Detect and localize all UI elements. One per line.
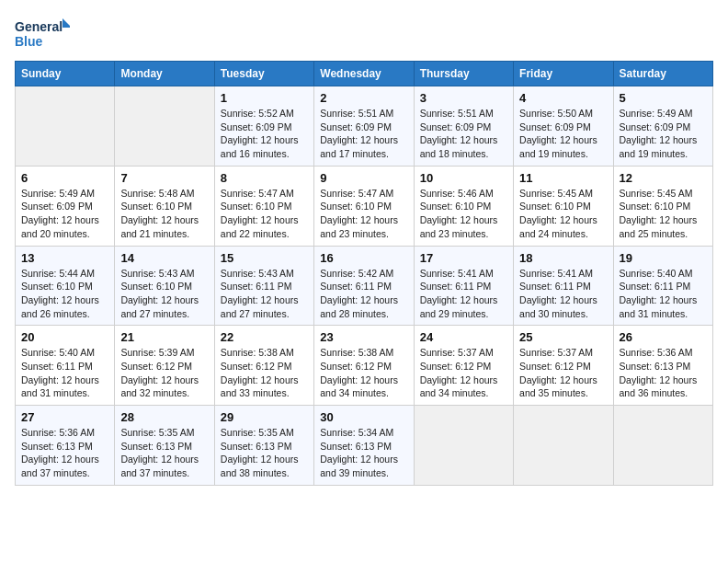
calendar-cell: 17Sunrise: 5:41 AMSunset: 6:11 PMDayligh… xyxy=(414,246,513,326)
header-tuesday: Tuesday xyxy=(214,62,313,86)
day-number: 23 xyxy=(320,330,407,344)
day-number: 13 xyxy=(21,251,108,265)
day-number: 21 xyxy=(120,330,208,344)
day-number: 1 xyxy=(221,91,308,105)
header-thursday: Thursday xyxy=(414,62,513,86)
calendar-cell: 7Sunrise: 5:48 AMSunset: 6:10 PMDaylight… xyxy=(115,166,214,246)
day-info: Sunrise: 5:49 AMSunset: 6:09 PMDaylight:… xyxy=(21,187,108,241)
calendar-cell: 1Sunrise: 5:52 AMSunset: 6:09 PMDaylight… xyxy=(214,86,313,167)
calendar-cell: 19Sunrise: 5:40 AMSunset: 6:11 PMDayligh… xyxy=(613,246,712,326)
calendar-cell: 26Sunrise: 5:36 AMSunset: 6:13 PMDayligh… xyxy=(613,326,712,406)
day-number: 6 xyxy=(21,171,108,185)
day-info: Sunrise: 5:47 AMSunset: 6:10 PMDaylight:… xyxy=(221,187,308,241)
day-number: 20 xyxy=(21,330,108,344)
calendar-cell: 9Sunrise: 5:47 AMSunset: 6:10 PMDaylight… xyxy=(314,166,414,246)
calendar-cell: 28Sunrise: 5:35 AMSunset: 6:13 PMDayligh… xyxy=(115,406,214,486)
calendar-body: 1Sunrise: 5:52 AMSunset: 6:09 PMDaylight… xyxy=(16,86,713,486)
header-sunday: Sunday xyxy=(16,62,115,86)
day-info: Sunrise: 5:38 AMSunset: 6:12 PMDaylight:… xyxy=(221,346,308,400)
day-info: Sunrise: 5:36 AMSunset: 6:13 PMDaylight:… xyxy=(620,346,707,400)
day-info: Sunrise: 5:40 AMSunset: 6:11 PMDaylight:… xyxy=(21,346,108,400)
calendar-cell xyxy=(414,406,513,486)
calendar-cell: 5Sunrise: 5:49 AMSunset: 6:09 PMDaylight… xyxy=(613,86,712,167)
calendar-cell: 24Sunrise: 5:37 AMSunset: 6:12 PMDayligh… xyxy=(414,326,513,406)
day-number: 11 xyxy=(519,171,607,185)
svg-text:General: General xyxy=(15,19,63,34)
calendar-cell: 2Sunrise: 5:51 AMSunset: 6:09 PMDaylight… xyxy=(314,86,414,167)
day-number: 3 xyxy=(420,91,507,105)
calendar-cell: 27Sunrise: 5:36 AMSunset: 6:13 PMDayligh… xyxy=(16,406,115,486)
day-number: 25 xyxy=(519,330,607,344)
week-row-0: 1Sunrise: 5:52 AMSunset: 6:09 PMDaylight… xyxy=(16,86,713,167)
calendar-cell: 14Sunrise: 5:43 AMSunset: 6:10 PMDayligh… xyxy=(115,246,214,326)
day-info: Sunrise: 5:48 AMSunset: 6:10 PMDaylight:… xyxy=(120,187,208,241)
day-info: Sunrise: 5:50 AMSunset: 6:09 PMDaylight:… xyxy=(519,107,607,161)
day-number: 7 xyxy=(120,171,208,185)
svg-marker-2 xyxy=(63,18,70,28)
day-info: Sunrise: 5:51 AMSunset: 6:09 PMDaylight:… xyxy=(420,107,507,161)
week-row-1: 6Sunrise: 5:49 AMSunset: 6:09 PMDaylight… xyxy=(16,166,713,246)
calendar-cell: 22Sunrise: 5:38 AMSunset: 6:12 PMDayligh… xyxy=(214,326,313,406)
day-number: 26 xyxy=(620,330,707,344)
calendar-cell: 12Sunrise: 5:45 AMSunset: 6:10 PMDayligh… xyxy=(613,166,712,246)
day-number: 29 xyxy=(221,410,308,424)
calendar-cell: 18Sunrise: 5:41 AMSunset: 6:11 PMDayligh… xyxy=(514,246,613,326)
day-info: Sunrise: 5:43 AMSunset: 6:10 PMDaylight:… xyxy=(120,267,208,321)
day-info: Sunrise: 5:40 AMSunset: 6:11 PMDaylight:… xyxy=(620,267,707,321)
calendar-cell: 8Sunrise: 5:47 AMSunset: 6:10 PMDaylight… xyxy=(214,166,313,246)
day-number: 2 xyxy=(320,91,407,105)
day-info: Sunrise: 5:37 AMSunset: 6:12 PMDaylight:… xyxy=(519,346,607,400)
header: General Blue xyxy=(15,15,713,52)
day-number: 10 xyxy=(420,171,507,185)
day-number: 17 xyxy=(420,251,507,265)
day-number: 18 xyxy=(519,251,607,265)
day-number: 4 xyxy=(519,91,607,105)
header-monday: Monday xyxy=(115,62,214,86)
day-number: 22 xyxy=(221,330,308,344)
day-info: Sunrise: 5:49 AMSunset: 6:09 PMDaylight:… xyxy=(620,107,707,161)
day-number: 9 xyxy=(320,171,407,185)
day-number: 12 xyxy=(620,171,707,185)
day-info: Sunrise: 5:47 AMSunset: 6:10 PMDaylight:… xyxy=(320,187,407,241)
day-number: 5 xyxy=(620,91,707,105)
day-info: Sunrise: 5:42 AMSunset: 6:11 PMDaylight:… xyxy=(320,267,407,321)
calendar-table: SundayMondayTuesdayWednesdayThursdayFrid… xyxy=(15,61,713,486)
calendar-cell: 15Sunrise: 5:43 AMSunset: 6:11 PMDayligh… xyxy=(214,246,313,326)
day-info: Sunrise: 5:45 AMSunset: 6:10 PMDaylight:… xyxy=(620,187,707,241)
day-number: 14 xyxy=(120,251,208,265)
calendar-cell xyxy=(115,86,214,167)
day-number: 8 xyxy=(221,171,308,185)
day-info: Sunrise: 5:35 AMSunset: 6:13 PMDaylight:… xyxy=(221,426,308,480)
calendar-cell: 20Sunrise: 5:40 AMSunset: 6:11 PMDayligh… xyxy=(16,326,115,406)
day-number: 28 xyxy=(120,410,208,424)
day-info: Sunrise: 5:41 AMSunset: 6:11 PMDaylight:… xyxy=(519,267,607,321)
day-info: Sunrise: 5:43 AMSunset: 6:11 PMDaylight:… xyxy=(221,267,308,321)
calendar-cell xyxy=(514,406,613,486)
calendar-cell: 13Sunrise: 5:44 AMSunset: 6:10 PMDayligh… xyxy=(16,246,115,326)
calendar-cell: 10Sunrise: 5:46 AMSunset: 6:10 PMDayligh… xyxy=(414,166,513,246)
calendar-cell: 4Sunrise: 5:50 AMSunset: 6:09 PMDaylight… xyxy=(514,86,613,167)
day-info: Sunrise: 5:39 AMSunset: 6:12 PMDaylight:… xyxy=(120,346,208,400)
day-info: Sunrise: 5:38 AMSunset: 6:12 PMDaylight:… xyxy=(320,346,407,400)
svg-text:Blue: Blue xyxy=(15,34,43,49)
logo-svg: General Blue xyxy=(15,15,70,52)
day-info: Sunrise: 5:37 AMSunset: 6:12 PMDaylight:… xyxy=(420,346,507,400)
day-info: Sunrise: 5:45 AMSunset: 6:10 PMDaylight:… xyxy=(519,187,607,241)
day-info: Sunrise: 5:51 AMSunset: 6:09 PMDaylight:… xyxy=(320,107,407,161)
day-number: 24 xyxy=(420,330,507,344)
day-number: 27 xyxy=(21,410,108,424)
header-friday: Friday xyxy=(514,62,613,86)
day-info: Sunrise: 5:46 AMSunset: 6:10 PMDaylight:… xyxy=(420,187,507,241)
day-number: 16 xyxy=(320,251,407,265)
day-info: Sunrise: 5:52 AMSunset: 6:09 PMDaylight:… xyxy=(221,107,308,161)
header-row: SundayMondayTuesdayWednesdayThursdayFrid… xyxy=(16,62,713,86)
day-info: Sunrise: 5:35 AMSunset: 6:13 PMDaylight:… xyxy=(120,426,208,480)
calendar-cell: 16Sunrise: 5:42 AMSunset: 6:11 PMDayligh… xyxy=(314,246,414,326)
day-number: 30 xyxy=(320,410,407,424)
day-info: Sunrise: 5:34 AMSunset: 6:13 PMDaylight:… xyxy=(320,426,407,480)
header-saturday: Saturday xyxy=(613,62,712,86)
day-info: Sunrise: 5:41 AMSunset: 6:11 PMDaylight:… xyxy=(420,267,507,321)
calendar-header: SundayMondayTuesdayWednesdayThursdayFrid… xyxy=(16,62,713,86)
logo: General Blue xyxy=(15,15,70,52)
calendar-cell: 29Sunrise: 5:35 AMSunset: 6:13 PMDayligh… xyxy=(214,406,313,486)
